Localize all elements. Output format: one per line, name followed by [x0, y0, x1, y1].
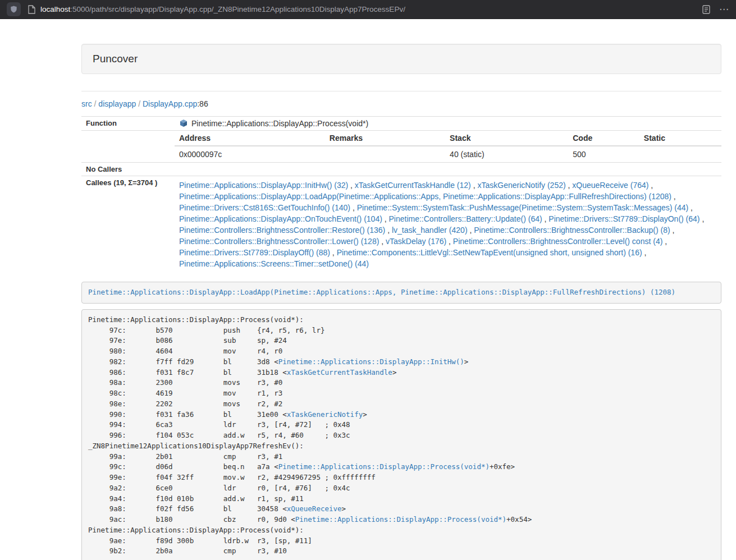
callees-label: Callees (19, Σ=3704 ) — [81, 176, 175, 273]
callee-link[interactable]: xTaskGenericNotify (252) — [477, 181, 565, 190]
callee-link[interactable]: Pinetime::Applications::Screens::Timer::… — [179, 259, 369, 268]
function-name: Pinetime::Applications::DisplayApp::Proc… — [191, 119, 368, 128]
stats-header-code: Code — [568, 131, 639, 146]
page-content: Puncover src / displayapp / DisplayApp.c… — [81, 19, 721, 560]
callee-link[interactable]: Pinetime::Drivers::St7789::DisplayOff() … — [179, 248, 330, 257]
breadcrumb-line-number: :86 — [197, 99, 208, 108]
callee-link[interactable]: Pinetime::Controllers::BrightnessControl… — [474, 226, 670, 235]
callee-link[interactable]: Pinetime::Drivers::Cst816S::GetTouchInfo… — [179, 203, 350, 212]
callee-link[interactable]: vTaskDelay (176) — [386, 237, 446, 246]
callee-link[interactable]: xTaskGetCurrentTaskHandle (12) — [355, 181, 471, 190]
page-title: Puncover — [93, 52, 710, 66]
no-callers-label: No Callers — [81, 163, 175, 176]
function-label: Function — [81, 117, 175, 131]
breadcrumb-separator: / — [92, 99, 99, 108]
function-table: Function Pinetime::Applications::Display… — [81, 116, 721, 273]
highlighted-symbol-box: Pinetime::Applications::DisplayApp::Load… — [81, 282, 721, 304]
disassembly-code: Pinetime::Applications::DisplayApp::Proc… — [88, 315, 532, 556]
callee-link[interactable]: Pinetime::Applications::DisplayApp::OnTo… — [179, 214, 382, 223]
no-callers-cell — [175, 163, 721, 176]
url-path: :5000/path/src/displayapp/DisplayApp.cpp… — [70, 5, 405, 13]
function-cube-icon — [179, 119, 188, 128]
callee-link[interactable]: xQueueReceive (764) — [572, 181, 648, 190]
callees-cell: Pinetime::Applications::DisplayApp::Init… — [175, 176, 721, 273]
code-symbol-link[interactable]: Pinetime::Applications::DisplayApp::Init… — [278, 357, 464, 366]
callee-link[interactable]: Pinetime::Drivers::St7789::DisplayOn() (… — [548, 214, 700, 223]
code-symbol-link[interactable]: Pinetime::Applications::DisplayApp::Proc… — [295, 515, 506, 524]
callee-link[interactable]: Pinetime::Controllers::BrightnessControl… — [179, 237, 379, 246]
url-bar[interactable]: localhost:5000/path/src/displayapp/Displ… — [40, 5, 702, 13]
page-icon[interactable] — [28, 5, 35, 14]
stats-table: Address Remarks Stack Code Static 0x0000… — [175, 131, 721, 162]
stats-header-row: Address Remarks Stack Code Static — [175, 131, 721, 146]
url-host: localhost — [40, 5, 70, 13]
browser-toolbar: localhost:5000/path/src/displayapp/Displ… — [0, 0, 736, 19]
highlighted-symbol-link[interactable]: Pinetime::Applications::DisplayApp::Load… — [88, 288, 675, 296]
stats-value-remarks — [325, 146, 445, 162]
callees-row: Callees (19, Σ=3704 ) Pinetime::Applicat… — [81, 176, 721, 273]
callee-link[interactable]: Pinetime::Applications::DisplayApp::Load… — [179, 192, 671, 201]
callee-link[interactable]: Pinetime::System::SystemTask::PushMessag… — [357, 203, 689, 212]
callee-link[interactable]: Pinetime::Applications::DisplayApp::Init… — [179, 181, 348, 190]
stats-header-address: Address — [175, 131, 325, 146]
callee-link[interactable]: Pinetime::Controllers::Battery::Update()… — [389, 214, 542, 223]
callee-link[interactable]: Pinetime::Controllers::BrightnessControl… — [179, 226, 385, 235]
code-symbol-link[interactable]: xTaskGenericNotify — [287, 410, 363, 419]
breadcrumb-link-displayapp[interactable]: displayapp — [98, 99, 136, 108]
callee-link[interactable]: Pinetime::Components::LittleVgl::SetNewT… — [337, 248, 642, 257]
stats-cell: Address Remarks Stack Code Static 0x0000… — [175, 131, 721, 163]
stats-value-static — [639, 146, 721, 162]
stats-value-row: 0x0000097c 40 (static) 500 — [175, 146, 721, 162]
stats-header-remarks: Remarks — [325, 131, 445, 146]
breadcrumb-separator: / — [136, 99, 143, 108]
overflow-menu-icon[interactable]: ⋯ — [719, 4, 729, 14]
function-name-cell: Pinetime::Applications::DisplayApp::Proc… — [175, 117, 721, 131]
divider — [81, 91, 721, 91]
stats-row-label — [81, 131, 175, 163]
code-symbol-link[interactable]: xTaskGetCurrentTaskHandle — [287, 368, 392, 377]
disassembly-box: Pinetime::Applications::DisplayApp::Proc… — [81, 309, 721, 560]
callee-link[interactable]: lv_task_handler (420) — [392, 226, 468, 235]
code-symbol-link[interactable]: xQueueReceive — [287, 504, 342, 513]
stats-row: Address Remarks Stack Code Static 0x0000… — [81, 131, 721, 163]
breadcrumb: src / displayapp / DisplayApp.cpp:86 — [81, 99, 721, 108]
no-callers-row: No Callers — [81, 163, 721, 176]
stats-value-code: 500 — [568, 146, 639, 162]
stats-value-stack: 40 (static) — [445, 146, 568, 162]
stats-value-address: 0x0000097c — [175, 146, 325, 162]
breadcrumb-link-src[interactable]: src — [81, 99, 92, 108]
function-row: Function Pinetime::Applications::Display… — [81, 117, 721, 131]
app-header-well: Puncover — [81, 44, 721, 74]
stats-header-static: Static — [639, 131, 721, 146]
callees-list: Pinetime::Applications::DisplayApp::Init… — [179, 178, 717, 270]
stats-header-stack: Stack — [445, 131, 568, 146]
reader-mode-icon[interactable] — [702, 5, 710, 14]
breadcrumb-link-file[interactable]: DisplayApp.cpp — [143, 99, 197, 108]
code-symbol-link[interactable]: Pinetime::Applications::DisplayApp::Proc… — [278, 462, 490, 471]
shield-icon — [10, 5, 18, 13]
callee-link[interactable]: Pinetime::Controllers::BrightnessControl… — [453, 237, 662, 246]
shield-badge[interactable] — [7, 2, 21, 16]
